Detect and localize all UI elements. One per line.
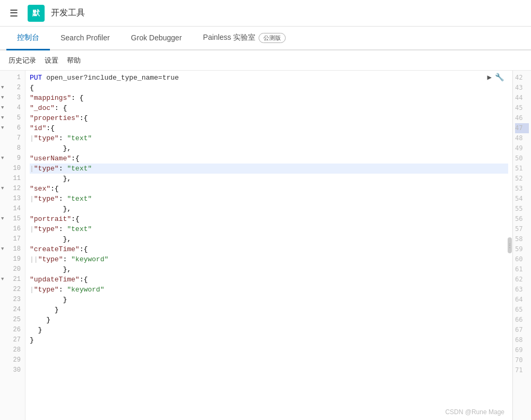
code-line: } (30, 305, 508, 315)
fold-icon[interactable]: ▼ (1, 83, 4, 93)
line-number: 19 (0, 254, 25, 264)
top-bar: ☰ 默 开发工具 (0, 0, 531, 27)
code-line: "_doc": { (30, 103, 508, 113)
code-line (30, 365, 508, 375)
code-content[interactable]: PUT open_user?include_type_name=true▶🔧{ … (25, 71, 512, 420)
fold-icon[interactable]: ▼ (1, 103, 4, 113)
app-logo: 默 (28, 5, 45, 22)
line-number: 26 (0, 325, 25, 335)
line-number: ▼15 (0, 214, 25, 224)
code-line: } (30, 335, 508, 345)
line-number: 13 (0, 194, 25, 204)
code-line: }, (30, 143, 508, 153)
line-number: ▼3 (0, 93, 25, 103)
code-line: "id":{ (30, 123, 508, 133)
fold-icon[interactable]: ▼ (1, 93, 4, 103)
code-line: "properties":{ (30, 113, 508, 123)
fold-icon[interactable]: ▼ (1, 214, 4, 224)
code-line (30, 355, 508, 365)
fold-icon[interactable]: ▼ (1, 153, 4, 164)
beta-badge: 公测版 (259, 33, 286, 43)
toolbar: 历史记录 设置 帮助 (0, 50, 531, 71)
right-panel-number: 64 (515, 295, 529, 305)
line-number: 10 (0, 164, 25, 174)
line-number: ▼18 (0, 244, 25, 254)
right-panel-number: 48 (515, 133, 529, 143)
divider-handle[interactable]: ⋮ (508, 237, 512, 253)
line-number: ▼2 (0, 83, 25, 93)
line-number: ▼21 (0, 275, 25, 285)
right-panel-number: 69 (515, 345, 529, 355)
code-line: } (30, 325, 508, 335)
watermark: CSDN @Rune Mage (445, 408, 504, 416)
fold-icon[interactable]: ▼ (1, 113, 4, 123)
right-panel-number: 70 (515, 355, 529, 365)
right-panel-number: 62 (515, 275, 529, 285)
hamburger-icon[interactable]: ☰ (6, 5, 21, 21)
tab-painless-lab[interactable]: Painless 实验室 公测版 (192, 27, 296, 50)
code-line: }, (30, 174, 508, 184)
right-panel-number: 43 (515, 83, 529, 93)
code-line: } (30, 315, 508, 325)
settings-button[interactable]: 设置 (45, 56, 58, 65)
line-number: 14 (0, 204, 25, 214)
code-line: | "type": "keyword" (30, 285, 508, 295)
code-line (30, 345, 508, 355)
nav-tabs: 控制台 Search Profiler Grok Debugger Painle… (0, 27, 531, 50)
code-line: }, (30, 264, 508, 275)
code-line: }, (30, 204, 508, 214)
right-panel-number: 60 (515, 254, 529, 264)
code-line: "mappings": { (30, 93, 508, 103)
tab-console[interactable]: 控制台 (6, 27, 50, 50)
right-panel-number: 68 (515, 335, 529, 345)
fold-icon[interactable]: ▼ (1, 123, 4, 133)
code-line: | | "type": "keyword" (30, 254, 508, 264)
right-panel-number: 57 (515, 224, 529, 234)
right-panel-number: 54 (515, 194, 529, 204)
line-number: 1 (0, 73, 25, 83)
line-number: 29 (0, 355, 25, 365)
line-number: 7 (0, 133, 25, 143)
right-panel-number: 59 (515, 244, 529, 254)
code-editor: 1▼2▼3▼4▼5▼678▼91011▼121314▼151617▼181920… (0, 71, 512, 420)
tab-search-profiler[interactable]: Search Profiler (50, 27, 121, 50)
code-line: PUT open_user?include_type_name=true▶🔧 (30, 73, 508, 83)
code-line: "updateTime":{ (30, 275, 508, 285)
code-line: | "type": "text" (30, 194, 508, 204)
editor-main[interactable]: 1▼2▼3▼4▼5▼678▼91011▼121314▼151617▼181920… (0, 71, 512, 420)
line-number: ▼12 (0, 184, 25, 194)
tab-grok-debugger[interactable]: Grok Debugger (121, 27, 193, 50)
line-number: ▼9 (0, 153, 25, 164)
line-numbers: 1▼2▼3▼4▼5▼678▼91011▼121314▼151617▼181920… (0, 71, 25, 420)
code-line: | "type": "text" (30, 224, 508, 234)
fold-icon[interactable]: ▼ (1, 184, 4, 194)
right-panel-number: 67 (515, 325, 529, 335)
history-button[interactable]: 历史记录 (8, 56, 36, 65)
line-number: 28 (0, 345, 25, 355)
fold-icon[interactable]: ▼ (1, 275, 4, 285)
right-panel-number: 47 (515, 123, 529, 133)
right-panel-number: 66 (515, 315, 529, 325)
line-number: ▼4 (0, 103, 25, 113)
line-number: 25 (0, 315, 25, 325)
run-icon[interactable]: ▶ (487, 73, 492, 83)
right-panel-number: 46 (515, 113, 529, 123)
line-number: 8 (0, 143, 25, 153)
right-panel-number: 55 (515, 204, 529, 214)
code-line: { (30, 83, 508, 93)
right-panel-number: 49 (515, 143, 529, 153)
line-actions: ▶🔧 (487, 73, 504, 83)
fold-icon[interactable]: ▼ (1, 244, 4, 254)
code-line: "portrait":{ (30, 214, 508, 224)
right-panel-number: 71 (515, 365, 529, 375)
line-number: 17 (0, 234, 25, 244)
help-button[interactable]: 帮助 (67, 56, 81, 65)
code-line: } (30, 295, 508, 305)
line-number: 30 (0, 365, 25, 375)
editor-container: 1▼2▼3▼4▼5▼678▼91011▼121314▼151617▼181920… (0, 71, 531, 420)
right-panel-number: 51 (515, 164, 529, 174)
right-panel-number: 65 (515, 305, 529, 315)
code-line: | "type": "text" (30, 164, 508, 174)
code-line: | "type": "text" (30, 133, 508, 143)
wrench-icon[interactable]: 🔧 (495, 73, 504, 83)
